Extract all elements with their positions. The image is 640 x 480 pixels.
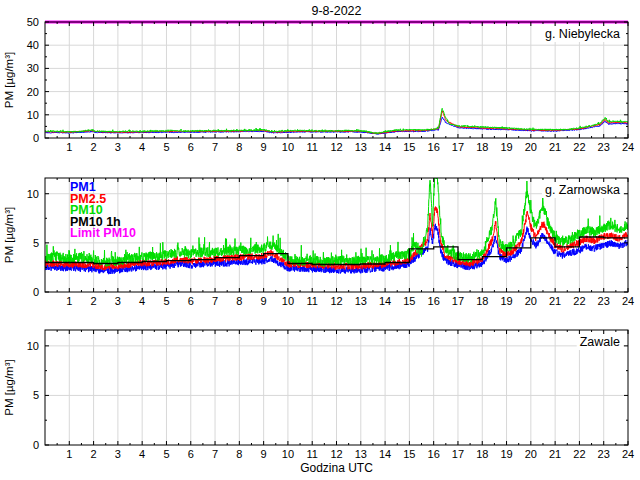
x-tick-label: 1 [66, 448, 72, 460]
x-tick-label: 1 [66, 295, 72, 307]
x-tick-label: 19 [500, 448, 512, 460]
x-tick-label: 13 [355, 448, 367, 460]
x-tick-label: 14 [379, 448, 391, 460]
x-tick-label: 13 [355, 295, 367, 307]
x-tick-label: 21 [549, 295, 561, 307]
x-tick-label: 8 [236, 448, 242, 460]
x-tick-label: 3 [115, 295, 121, 307]
x-tick-label: 1 [66, 141, 72, 153]
x-tick-label: 18 [476, 448, 488, 460]
x-tick-label: 17 [452, 295, 464, 307]
x-tick-label: 11 [306, 295, 317, 307]
x-tick-label: 20 [525, 448, 537, 460]
x-tick-label: 8 [236, 295, 242, 307]
x-tick-label: 6 [188, 448, 194, 460]
x-tick-label: 9 [261, 448, 267, 460]
x-tick-label: 18 [476, 295, 488, 307]
y-tick-label: 10 [27, 109, 39, 121]
x-tick-label: 14 [379, 141, 391, 153]
x-tick-label: 14 [379, 295, 391, 307]
x-tick-label: 17 [452, 448, 464, 460]
x-tick-label: 22 [573, 448, 585, 460]
y-tick-label: 50 [27, 16, 39, 28]
x-tick-label: 23 [598, 295, 610, 307]
x-axis-label: Godzina UTC [300, 461, 373, 475]
x-tick-label: 21 [549, 448, 561, 460]
x-tick-label: 18 [476, 141, 488, 153]
x-tick-label: 20 [525, 295, 537, 307]
y-tick-label: 10 [27, 340, 39, 352]
x-tick-label: 5 [163, 448, 169, 460]
y-tick-label: 10 [27, 188, 39, 200]
x-tick-label: 16 [428, 141, 440, 153]
x-tick-label: 6 [188, 295, 194, 307]
x-tick-label: 15 [403, 448, 415, 460]
station-label: g. Niebylecka [545, 27, 620, 41]
station-label: g. Zarnowska [545, 183, 620, 197]
x-tick-label: 4 [139, 141, 145, 153]
station-label: Zawale [580, 335, 620, 349]
x-tick-label: 22 [573, 141, 585, 153]
x-tick-label: 15 [403, 141, 415, 153]
x-tick-label: 8 [236, 141, 242, 153]
figure-title: 9-8-2022 [311, 4, 361, 18]
x-tick-label: 3 [115, 448, 121, 460]
x-tick-label: 2 [91, 141, 97, 153]
y-tick-label: 0 [33, 132, 39, 144]
y-tick-label: 30 [27, 62, 39, 74]
y-tick-label: 0 [33, 439, 39, 451]
x-tick-label: 21 [549, 141, 561, 153]
x-tick-label: 19 [500, 295, 512, 307]
x-tick-label: 12 [330, 141, 342, 153]
x-tick-label: 7 [212, 141, 218, 153]
y-tick-label: 40 [27, 39, 39, 51]
x-tick-label: 16 [428, 295, 440, 307]
x-tick-label: 17 [452, 141, 464, 153]
x-tick-label: 16 [428, 448, 440, 460]
y-tick-label: 5 [33, 389, 39, 401]
x-tick-label: 13 [355, 141, 367, 153]
y-axis-label: PM [µg/m³] [3, 52, 15, 108]
x-tick-label: 5 [163, 141, 169, 153]
x-tick-label: 7 [212, 295, 218, 307]
x-tick-label: 4 [139, 295, 145, 307]
y-axis-label: PM [µg/m³] [3, 207, 15, 263]
x-tick-label: 12 [330, 448, 342, 460]
x-tick-label: 9 [261, 295, 267, 307]
x-tick-label: 22 [573, 295, 585, 307]
x-tick-label: 20 [525, 141, 537, 153]
x-tick-label: 11 [306, 141, 317, 153]
x-tick-label: 2 [91, 448, 97, 460]
x-tick-label: 23 [598, 141, 610, 153]
y-axis-label: PM [µg/m³] [3, 359, 15, 415]
x-tick-label: 5 [163, 295, 169, 307]
figure-canvas: 9-8-202212345678910111213141516171819202… [0, 0, 640, 480]
x-tick-label: 19 [500, 141, 512, 153]
legend-item-limit-pm10: Limit PM10 [70, 226, 136, 240]
x-tick-label: 6 [188, 141, 194, 153]
x-tick-label: 24 [622, 448, 634, 460]
y-tick-label: 0 [33, 286, 39, 298]
x-tick-label: 3 [115, 141, 121, 153]
x-tick-label: 24 [622, 141, 634, 153]
x-tick-label: 7 [212, 448, 218, 460]
pm-timeseries-figure: 9-8-202212345678910111213141516171819202… [0, 0, 640, 480]
x-tick-label: 11 [306, 448, 317, 460]
x-tick-label: 9 [261, 141, 267, 153]
x-tick-label: 12 [330, 295, 342, 307]
x-tick-label: 15 [403, 295, 415, 307]
y-tick-label: 5 [33, 237, 39, 249]
x-tick-label: 4 [139, 448, 145, 460]
x-tick-label: 10 [282, 448, 294, 460]
y-tick-label: 20 [27, 86, 39, 98]
x-tick-label: 10 [282, 295, 294, 307]
figure-background [0, 0, 640, 480]
x-tick-label: 24 [622, 295, 634, 307]
x-tick-label: 2 [91, 295, 97, 307]
x-tick-label: 23 [598, 448, 610, 460]
x-tick-label: 10 [282, 141, 294, 153]
